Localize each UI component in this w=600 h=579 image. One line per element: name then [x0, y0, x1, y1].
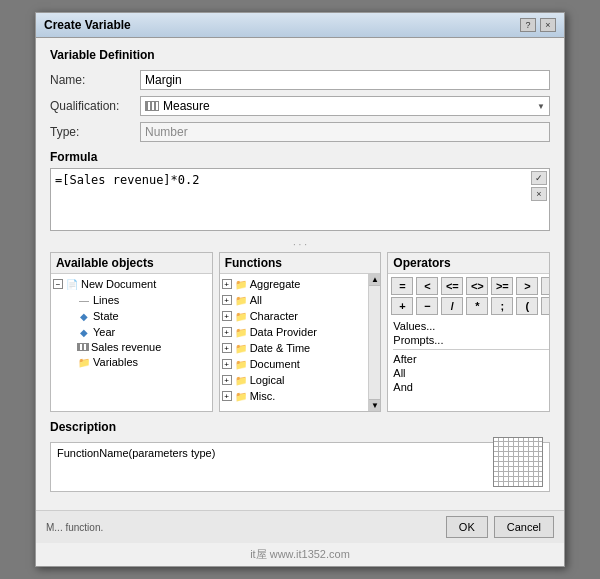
formula-cancel-button[interactable]: ×: [531, 187, 547, 201]
description-text: FunctionName(parameters type): [57, 447, 215, 459]
op-divide[interactable]: /: [441, 297, 463, 315]
variable-definition-title: Variable Definition: [50, 48, 550, 62]
dropdown-arrow-icon: ▼: [537, 102, 545, 111]
op-rparen[interactable]: ): [541, 297, 549, 315]
formula-container: =[Sales revenue]*0.2 ✓ ×: [50, 168, 550, 231]
description-title: Description: [50, 420, 550, 434]
op-lt[interactable]: <: [416, 277, 438, 295]
tree-label: New Document: [81, 278, 156, 290]
func-label: Character: [250, 310, 298, 322]
qr-pattern: [494, 438, 542, 486]
type-input[interactable]: [140, 122, 550, 142]
qualification-label: Qualification:: [50, 99, 140, 113]
measure-icon: [145, 101, 159, 111]
prompts-link[interactable]: Prompts...: [393, 333, 549, 347]
formula-icons: ✓ ×: [531, 171, 547, 201]
functions-scrollbar[interactable]: ▲ ▼: [368, 274, 380, 411]
after-link[interactable]: After: [393, 352, 549, 366]
operators-links: Values... Prompts... After All And: [391, 317, 549, 396]
func-label: All: [250, 294, 262, 306]
operators-header: Operators: [388, 253, 549, 274]
op-plus[interactable]: +: [391, 297, 413, 315]
op-dot[interactable]: .: [541, 277, 549, 295]
folder-icon: 📁: [234, 389, 248, 403]
op-minus[interactable]: −: [416, 297, 438, 315]
create-variable-dialog: Create Variable ? × Variable Definition …: [35, 12, 565, 567]
op-lparen[interactable]: (: [516, 297, 538, 315]
list-item[interactable]: + 📁 All: [220, 292, 369, 308]
all-link[interactable]: All: [393, 366, 549, 380]
list-item[interactable]: + 📁 Date & Time: [220, 340, 369, 356]
folder-icon: 📁: [234, 309, 248, 323]
expand-icon[interactable]: +: [222, 391, 232, 401]
dimension-icon: ◆: [77, 309, 91, 323]
expand-icon[interactable]: +: [222, 343, 232, 353]
expand-icon[interactable]: +: [222, 279, 232, 289]
help-button[interactable]: ?: [520, 18, 536, 32]
list-item[interactable]: + 📁 Misc.: [220, 388, 369, 404]
expand-icon[interactable]: +: [222, 359, 232, 369]
op-equals[interactable]: =: [391, 277, 413, 295]
op-gte[interactable]: >=: [491, 277, 513, 295]
description-box: FunctionName(parameters type): [50, 442, 550, 492]
expand-icon[interactable]: +: [222, 375, 232, 385]
folder-icon: 📁: [234, 373, 248, 387]
folder-icon: 📁: [234, 357, 248, 371]
lines-icon: —: [77, 293, 91, 307]
op-lte[interactable]: <=: [441, 277, 463, 295]
doc-icon: 📄: [65, 277, 79, 291]
description-section: Description FunctionName(parameters type…: [50, 420, 550, 492]
name-row: Name:: [50, 70, 550, 90]
list-item[interactable]: Sales revenue: [51, 340, 212, 354]
operators-row2: + − / * ; ( ): [391, 297, 549, 315]
list-item[interactable]: + 📁 Document: [220, 356, 369, 372]
separator: [393, 349, 549, 350]
list-item[interactable]: ◆ State: [51, 308, 212, 324]
expand-icon[interactable]: +: [222, 311, 232, 321]
formula-ok-button[interactable]: ✓: [531, 171, 547, 185]
qualification-value: Measure: [163, 99, 210, 113]
op-ne[interactable]: <>: [466, 277, 488, 295]
tree-label: State: [93, 310, 119, 322]
list-item[interactable]: − 📄 New Document: [51, 276, 212, 292]
qualification-select[interactable]: Measure ▼: [140, 96, 550, 116]
expand-icon[interactable]: −: [53, 279, 63, 289]
expand-icon[interactable]: +: [222, 295, 232, 305]
name-input[interactable]: [140, 70, 550, 90]
operators-content: = < <= <> >= > . + − / *: [388, 274, 549, 411]
list-item[interactable]: + 📁 Aggregate: [220, 276, 369, 292]
type-label: Type:: [50, 125, 140, 139]
watermark: it屋 www.it1352.com: [36, 543, 564, 566]
list-item[interactable]: + 📁 Logical: [220, 372, 369, 388]
bottom-bar: M... function. OK Cancel: [36, 510, 564, 543]
available-objects-content: − 📄 New Document — Lines ◆ State: [51, 274, 212, 411]
op-multiply[interactable]: *: [466, 297, 488, 315]
type-row: Type:: [50, 122, 550, 142]
func-label: Date & Time: [250, 342, 311, 354]
measure-icon: [77, 343, 89, 351]
cancel-button[interactable]: Cancel: [494, 516, 554, 538]
op-semicolon[interactable]: ;: [491, 297, 513, 315]
dialog-title: Create Variable: [44, 18, 131, 32]
ok-button[interactable]: OK: [446, 516, 488, 538]
list-item[interactable]: 📁 Variables: [51, 354, 212, 370]
func-label: Document: [250, 358, 300, 370]
folder-icon: 📁: [77, 355, 91, 369]
folder-icon: 📁: [234, 341, 248, 355]
tree-label: Variables: [93, 356, 138, 368]
title-bar: Create Variable ? ×: [36, 13, 564, 38]
close-button[interactable]: ×: [540, 18, 556, 32]
list-item[interactable]: + 📁 Character: [220, 308, 369, 324]
functions-panel: Functions + 📁 Aggregate + 📁 All: [219, 252, 382, 412]
three-columns: Available objects − 📄 New Document — Lin…: [50, 252, 550, 412]
list-item[interactable]: — Lines: [51, 292, 212, 308]
list-item[interactable]: ◆ Year: [51, 324, 212, 340]
and-link[interactable]: And: [393, 380, 549, 394]
expand-icon[interactable]: +: [222, 327, 232, 337]
values-link[interactable]: Values...: [393, 319, 549, 333]
func-label: Data Provider: [250, 326, 317, 338]
tree-label: Sales revenue: [91, 341, 161, 353]
formula-input[interactable]: =[Sales revenue]*0.2: [55, 173, 545, 223]
op-gt[interactable]: >: [516, 277, 538, 295]
list-item[interactable]: + 📁 Data Provider: [220, 324, 369, 340]
